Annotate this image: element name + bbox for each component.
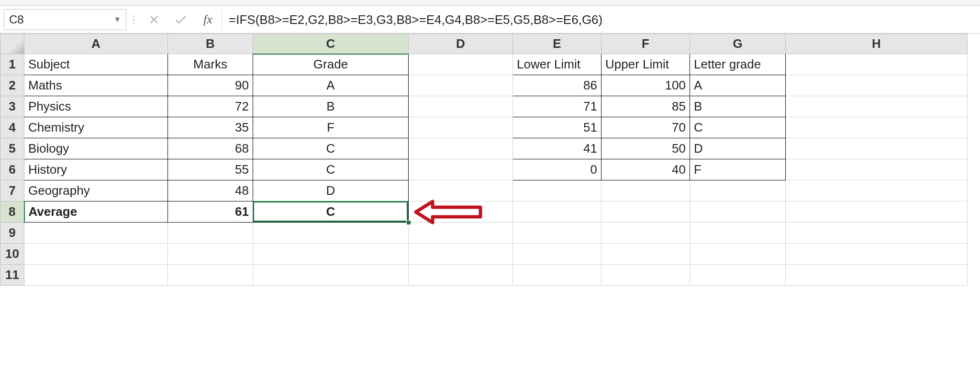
cell-B6[interactable]: 55 xyxy=(168,159,253,180)
cell-D2[interactable] xyxy=(409,75,513,96)
cell-A3[interactable]: Physics xyxy=(24,96,168,117)
cell-B9[interactable] xyxy=(168,223,253,244)
cell-G2[interactable]: A xyxy=(690,75,786,96)
row-header-9[interactable]: 9 xyxy=(0,223,24,244)
cell-F10[interactable] xyxy=(601,244,690,265)
cell-H3[interactable] xyxy=(786,96,968,117)
cell-E8[interactable] xyxy=(513,201,601,223)
row-header-6[interactable]: 6 xyxy=(0,159,24,180)
cell-A10[interactable] xyxy=(24,244,168,265)
cell-A2[interactable]: Maths xyxy=(24,75,168,96)
select-all-corner[interactable] xyxy=(0,34,24,54)
cell-F4[interactable]: 70 xyxy=(601,117,690,138)
cell-B7[interactable]: 48 xyxy=(168,180,253,201)
cell-D1[interactable] xyxy=(409,54,513,75)
row-header-4[interactable]: 4 xyxy=(0,117,24,138)
cell-D4[interactable] xyxy=(409,117,513,138)
cell-F6[interactable]: 40 xyxy=(601,159,690,180)
cell-D7[interactable] xyxy=(409,180,513,201)
cell-B5[interactable]: 68 xyxy=(168,138,253,159)
cell-C7[interactable]: D xyxy=(253,180,409,201)
cell-E7[interactable] xyxy=(513,180,601,201)
row-header-3[interactable]: 3 xyxy=(0,96,24,117)
cell-B1[interactable]: Marks xyxy=(168,54,253,75)
cell-D11[interactable] xyxy=(409,265,513,286)
cell-H5[interactable] xyxy=(786,138,968,159)
cell-B2[interactable]: 90 xyxy=(168,75,253,96)
cell-H8[interactable] xyxy=(786,201,968,223)
cell-H10[interactable] xyxy=(786,244,968,265)
col-header-F[interactable]: F xyxy=(601,34,690,54)
cell-C5[interactable]: C xyxy=(253,138,409,159)
cell-A7[interactable]: Geography xyxy=(24,180,168,201)
fx-label[interactable]: fx xyxy=(194,9,222,30)
cell-E10[interactable] xyxy=(513,244,601,265)
cell-H9[interactable] xyxy=(786,223,968,244)
cell-D6[interactable] xyxy=(409,159,513,180)
cell-A11[interactable] xyxy=(24,265,168,286)
row-header-5[interactable]: 5 xyxy=(0,138,24,159)
cell-C2[interactable]: A xyxy=(253,75,409,96)
name-box-dropdown-icon[interactable]: ▼ xyxy=(113,15,121,24)
cell-A8[interactable]: Average xyxy=(24,201,168,223)
cell-G6[interactable]: F xyxy=(690,159,786,180)
cell-G10[interactable] xyxy=(690,244,786,265)
cell-H11[interactable] xyxy=(786,265,968,286)
cancel-icon[interactable] xyxy=(141,9,167,30)
cell-F8[interactable] xyxy=(601,201,690,223)
row-header-10[interactable]: 10 xyxy=(0,244,24,265)
cell-G9[interactable] xyxy=(690,223,786,244)
cell-E9[interactable] xyxy=(513,223,601,244)
cell-B11[interactable] xyxy=(168,265,253,286)
col-header-C[interactable]: C xyxy=(253,34,409,54)
enter-icon[interactable] xyxy=(167,9,194,30)
spreadsheet-grid[interactable]: A B C D E F G H 1 Subject Marks Grade Lo… xyxy=(0,34,968,286)
cell-E2[interactable]: 86 xyxy=(513,75,601,96)
row-header-7[interactable]: 7 xyxy=(0,180,24,201)
cell-E6[interactable]: 0 xyxy=(513,159,601,180)
cell-G3[interactable]: B xyxy=(690,96,786,117)
cell-B3[interactable]: 72 xyxy=(168,96,253,117)
cell-F2[interactable]: 100 xyxy=(601,75,690,96)
formula-input[interactable]: =IFS(B8>=E2,G2,B8>=E3,G3,B8>=E4,G4,B8>=E… xyxy=(222,9,976,30)
cell-H4[interactable] xyxy=(786,117,968,138)
cell-C4[interactable]: F xyxy=(253,117,409,138)
cell-D5[interactable] xyxy=(409,138,513,159)
col-header-A[interactable]: A xyxy=(24,34,168,54)
col-header-H[interactable]: H xyxy=(786,34,968,54)
cell-F11[interactable] xyxy=(601,265,690,286)
cell-A4[interactable]: Chemistry xyxy=(24,117,168,138)
col-header-D[interactable]: D xyxy=(409,34,513,54)
cell-E11[interactable] xyxy=(513,265,601,286)
cell-C1[interactable]: Grade xyxy=(253,54,409,75)
cell-G5[interactable]: D xyxy=(690,138,786,159)
cell-A1[interactable]: Subject xyxy=(24,54,168,75)
cell-H7[interactable] xyxy=(786,180,968,201)
cell-G7[interactable] xyxy=(690,180,786,201)
cell-B8[interactable]: 61 xyxy=(168,201,253,223)
col-header-E[interactable]: E xyxy=(513,34,601,54)
cell-E4[interactable]: 51 xyxy=(513,117,601,138)
row-header-1[interactable]: 1 xyxy=(0,54,24,75)
cell-B4[interactable]: 35 xyxy=(168,117,253,138)
cell-F5[interactable]: 50 xyxy=(601,138,690,159)
cell-E1[interactable]: Lower Limit xyxy=(513,54,601,75)
cell-C3[interactable]: B xyxy=(253,96,409,117)
cell-G11[interactable] xyxy=(690,265,786,286)
cell-E5[interactable]: 41 xyxy=(513,138,601,159)
cell-C10[interactable] xyxy=(253,244,409,265)
col-header-G[interactable]: G xyxy=(690,34,786,54)
cell-B10[interactable] xyxy=(168,244,253,265)
cell-D9[interactable] xyxy=(409,223,513,244)
cell-G8[interactable] xyxy=(690,201,786,223)
row-header-8[interactable]: 8 xyxy=(0,201,24,223)
cell-G1[interactable]: Letter grade xyxy=(690,54,786,75)
cell-D8[interactable] xyxy=(409,201,513,223)
cell-C11[interactable] xyxy=(253,265,409,286)
cell-F3[interactable]: 85 xyxy=(601,96,690,117)
cell-F1[interactable]: Upper Limit xyxy=(601,54,690,75)
cell-A5[interactable]: Biology xyxy=(24,138,168,159)
col-header-B[interactable]: B xyxy=(168,34,253,54)
cell-F9[interactable] xyxy=(601,223,690,244)
cell-D10[interactable] xyxy=(409,244,513,265)
